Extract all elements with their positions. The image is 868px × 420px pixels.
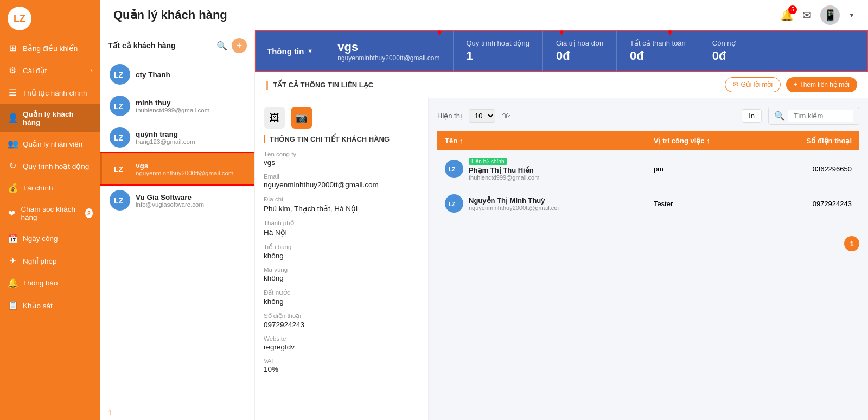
sidebar-item-khao-sat[interactable]: 📋 Khảo sát	[0, 294, 100, 316]
customer-list-header: Tất cả khách hàng 🔍 +	[100, 30, 254, 59]
send-invite-button[interactable]: ✉ Gửi lời mời	[725, 77, 781, 92]
table-row[interactable]: LZ Nguyễn Thị Minh Thuỳ nguyenminhthuy20…	[437, 188, 859, 220]
customer-email: thuhienctd999@gmail.com	[136, 107, 247, 113]
user-avatar[interactable]: 📱	[820, 5, 840, 25]
chevron-right-icon: ›	[91, 67, 93, 74]
visibility-icon[interactable]: 👁	[502, 111, 510, 121]
hien-thi-select[interactable]: 10 20 50	[469, 109, 495, 123]
pagination: 1	[437, 236, 859, 251]
contact-avatar: LZ	[445, 160, 463, 178]
detail-section-title: THÔNG TIN CHI TIẾT KHÁCH HÀNG	[264, 135, 419, 143]
field-label: Email	[264, 173, 419, 180]
gia-tri-section: Giá trị hóa đơn 0đ	[543, 31, 617, 71]
field-label: Tiểu bang	[264, 243, 419, 251]
contacts-panel: Hiện thị 10 20 50 👁 In 🔍	[429, 98, 868, 420]
sidebar-item-quy-trinh[interactable]: ↻ Quy trình hoạt động	[0, 155, 100, 177]
sidebar-item-thong-bao[interactable]: 🔔 Thông báo	[0, 272, 100, 294]
print-button[interactable]: In	[742, 109, 762, 123]
hien-thi-label: Hiện thị	[437, 112, 462, 120]
sidebar-badge: 2	[85, 208, 93, 218]
contact-email: nguyenminhthuy2000tt@gmail.coi	[469, 205, 559, 211]
customer-avatar: LZ	[110, 96, 130, 116]
field-email: Email nguyenminhthuy2000tt@gmail.com	[264, 173, 419, 189]
customer-info-vgs: vgs nguyenminhthuy2000tt@gmail.com	[136, 162, 247, 176]
sidebar-nav: ⊞ Bảng điều khiển ⚙ Cài đặt › ☰ Thủ tục …	[0, 37, 100, 316]
sidebar-item-quan-ly-nhan-vien[interactable]: 👥 Quản lý nhân viên	[0, 132, 100, 155]
contact-name-info: Liên hệ chính Phạm Thị Thu Hiền thuhienc…	[469, 157, 539, 181]
contact-name-info: Nguyễn Thị Minh Thuỳ nguyenminhthuy2000t…	[469, 196, 559, 211]
svg-text:LZ: LZ	[449, 167, 455, 173]
thong-tin-section: Thông tin ▼	[256, 31, 324, 71]
contact-email: thuhienctd999@gmail.com	[469, 174, 539, 181]
field-dat-nuoc: Đất nước không	[264, 289, 419, 306]
table-row[interactable]: LZ Liên hệ chính Phạm Thị Thu Hiền thuhi…	[437, 150, 859, 188]
customer-name: cty Thanh	[136, 71, 247, 79]
customer-avatar: LZ	[110, 127, 130, 148]
customer-item-5[interactable]: LZ Vu Gia Software info@vugiasoftware.co…	[100, 184, 254, 216]
col-so-dien-thoai: Số điện thoại	[762, 131, 859, 150]
field-value: regregfdv	[264, 343, 419, 351]
list-page-number: 1	[100, 405, 254, 420]
contact-avatar: LZ	[445, 194, 463, 213]
contact-bar: | TẤT CẢ THÔNG TIN LIÊN LẠC ✉ Gửi lời mờ…	[255, 72, 868, 98]
sidebar-item-label: Thủ tục hành chính	[23, 88, 87, 97]
search-input[interactable]	[788, 110, 853, 122]
process-icon: ↻	[8, 161, 17, 171]
contacts-controls: Hiện thị 10 20 50 👁 In 🔍	[437, 107, 859, 125]
contact-name-cell-inner: LZ Nguyễn Thị Minh Thuỳ nguyenminhthuy20…	[445, 194, 639, 213]
field-label: Thành phố	[264, 219, 419, 227]
company-info-section: vgs nguyenminhthuy2000tt@gmail.com	[324, 31, 453, 71]
detail-body: 🖼 📷 THÔNG TIN CHI TIẾT KHÁCH HÀNG Tên cô…	[255, 98, 868, 420]
sidebar-item-label: Nghỉ phép	[23, 257, 57, 265]
customer-item-vgs[interactable]: LZ vgs nguyenminhthuy2000tt@gmail.com	[100, 153, 254, 184]
customer-item-3[interactable]: LZ quỳnh trang trang123@gmail.com	[100, 122, 254, 153]
upload-icons: 🖼 📷	[264, 107, 419, 129]
customer-item-2[interactable]: LZ minh thuy thuhienctd999@gmail.com	[100, 90, 254, 122]
chevron-down-icon[interactable]: ▼	[848, 11, 855, 19]
sidebar-item-thu-tuc[interactable]: ☰ Thủ tục hành chính	[0, 81, 100, 104]
photo-upload-button[interactable]: 📷	[291, 107, 312, 129]
field-label: Số điện thoại	[264, 312, 419, 320]
leave-icon: ✈	[8, 256, 17, 266]
add-contact-button[interactable]: + Thêm liên hệ mới	[786, 77, 857, 92]
chevron-down-icon: ▼	[307, 48, 313, 54]
field-value: không	[264, 297, 419, 306]
customer-email: trang123@gmail.com	[136, 138, 247, 145]
customer-item-1[interactable]: LZ cty Thanh	[100, 59, 254, 90]
sidebar-item-tai-chinh[interactable]: 💰 Tài chính	[0, 177, 100, 199]
notification-bell[interactable]: 🔔 5	[780, 9, 794, 22]
customer-list-panel: Tất cả khách hàng 🔍 + LZ cty Thanh LZ	[100, 30, 255, 420]
top-header: Quản lý khách hàng 🔔 5 ✉ 📱 ▼	[100, 0, 868, 30]
con-no-section: Còn nợ 0đ	[699, 31, 749, 71]
logo-area: LZ	[0, 0, 100, 37]
mail-icon[interactable]: ✉	[802, 9, 812, 22]
customer-avatar: LZ	[110, 190, 130, 211]
customer-info: Vu Gia Software info@vugiasoftware.com	[136, 193, 247, 208]
customer-name: minh thuy	[136, 99, 247, 107]
sidebar-item-ngay-cong[interactable]: 📅 Ngày công	[0, 227, 100, 250]
sidebar-item-cham-soc[interactable]: ❤ Chăm sóc khách hàng 2	[0, 199, 100, 227]
field-tieu-bang: Tiểu bang không	[264, 243, 419, 260]
contact-position: Tester	[646, 188, 762, 220]
customer-info: cty Thanh	[136, 71, 247, 79]
finance-icon: 💰	[8, 183, 17, 193]
customer-name-vgs: vgs	[136, 162, 247, 170]
sidebar: LZ ⊞ Bảng điều khiển ⚙ Cài đặt › ☰ Thủ t…	[0, 0, 100, 420]
sidebar-item-cai-dat[interactable]: ⚙ Cài đặt ›	[0, 59, 100, 81]
sidebar-item-quan-ly-khach-hang[interactable]: 👤 Quản lý khách hàng	[0, 104, 100, 132]
add-customer-button[interactable]: +	[232, 38, 247, 53]
page-number-circle[interactable]: 1	[844, 236, 859, 251]
sort-icon: ↑	[459, 137, 463, 145]
sidebar-item-bang-dieu-khien[interactable]: ⊞ Bảng điều khiển	[0, 37, 100, 59]
sidebar-item-label: Quy trình hoạt động	[23, 162, 89, 170]
field-value: vgs	[264, 158, 419, 167]
search-button[interactable]: 🔍	[216, 41, 227, 51]
thong-tin-label[interactable]: Thông tin ▼	[267, 47, 313, 56]
thanh-toan-section: Tất cả thanh toán 0đ	[617, 31, 699, 71]
image-upload-button[interactable]: 🖼	[264, 107, 285, 129]
company-name: vgs	[337, 40, 439, 54]
contact-name-cell-inner: LZ Liên hệ chính Phạm Thị Thu Hiền thuhi…	[445, 157, 639, 181]
sidebar-item-label: Ngày công	[23, 234, 58, 243]
sidebar-item-nghi-phep[interactable]: ✈ Nghỉ phép	[0, 250, 100, 272]
customer-email-vgs: nguyenminhthuy2000tt@gmail.com	[136, 170, 247, 176]
